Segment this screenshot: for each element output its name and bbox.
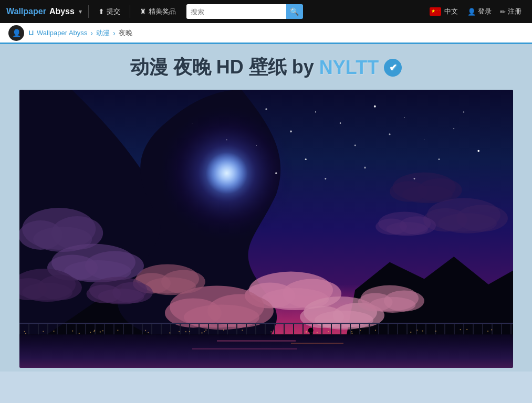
awards-label: 精美奖品 xyxy=(149,7,176,16)
china-flag-icon xyxy=(430,7,441,16)
breadcrumb-site[interactable]: ⊔ Wallpaper Abyss xyxy=(28,29,87,37)
brand-wallpaper: Wallpaper xyxy=(6,7,46,16)
upload-label: 提交 xyxy=(107,7,120,16)
awards-icon: ♜ xyxy=(140,7,147,16)
login-label: 登录 xyxy=(478,7,492,16)
breadcrumb-anime-label: 动漫 xyxy=(96,28,110,38)
breadcrumb-current: 夜晚 xyxy=(119,28,132,38)
title-main-text: 动漫 夜晚 HD 壁纸 by xyxy=(130,55,314,80)
register-button[interactable]: ✏ 注册 xyxy=(496,5,526,18)
login-button[interactable]: 👤 登录 xyxy=(463,5,496,18)
nav-divider-1 xyxy=(88,5,89,18)
search-button[interactable]: 🔍 xyxy=(286,4,303,19)
verified-badge-icon: ✔ xyxy=(384,59,402,77)
search-input[interactable] xyxy=(186,4,286,19)
search-icon: 🔍 xyxy=(290,7,299,16)
top-navigation: WallpaperAbyss ▾ ⬆ 提交 ♜ 精美奖品 🔍 中文 👤 登录 ✏… xyxy=(0,0,532,23)
page-title: 动漫 夜晚 HD 壁纸 by NYLTT ✔ xyxy=(11,55,521,80)
upload-icon: ⬆ xyxy=(98,7,105,16)
home-icon[interactable]: 👤 xyxy=(8,25,24,41)
wallpaper-canvas xyxy=(19,90,513,368)
upload-button[interactable]: ⬆ 提交 xyxy=(93,5,126,18)
brand-abyss: Abyss xyxy=(49,7,75,16)
language-selector[interactable]: 中文 xyxy=(430,7,458,16)
brand-caret: ▾ xyxy=(79,8,82,15)
search-box: 🔍 xyxy=(186,4,303,19)
breadcrumb-sep-1: › xyxy=(90,29,93,37)
site-icon: ⊔ xyxy=(28,29,34,37)
language-label: 中文 xyxy=(444,7,458,16)
breadcrumb-site-label: Wallpaper Abyss xyxy=(37,29,87,37)
nav-divider-2 xyxy=(130,5,130,18)
breadcrumb-anime[interactable]: 动漫 xyxy=(96,28,110,38)
breadcrumb-sep-2: › xyxy=(113,29,116,37)
main-content: 动漫 夜晚 HD 壁纸 by NYLTT ✔ xyxy=(0,44,532,372)
title-author: NYLTT xyxy=(319,57,379,79)
wallpaper-container xyxy=(19,90,513,368)
register-icon: ✏ xyxy=(500,8,506,16)
register-label: 注册 xyxy=(508,7,521,16)
awards-button[interactable]: ♜ 精美奖品 xyxy=(134,5,181,18)
login-icon: 👤 xyxy=(467,8,476,16)
breadcrumb-bar: 👤 ⊔ Wallpaper Abyss › 动漫 › 夜晚 xyxy=(0,23,532,44)
brand-logo[interactable]: WallpaperAbyss ▾ xyxy=(6,7,84,16)
